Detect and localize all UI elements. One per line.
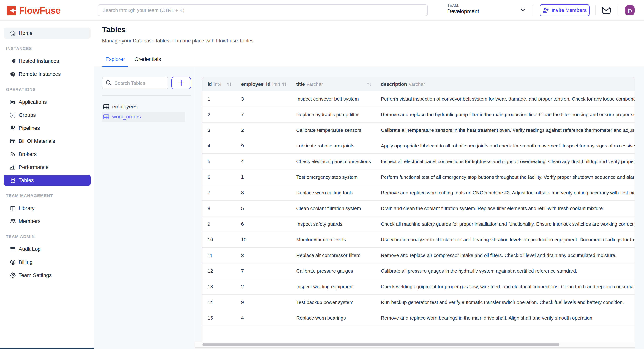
sidebar-item-label: Bill Of Materials — [19, 138, 55, 144]
cell-description: Remove and replace the hydraulic pump fi… — [375, 107, 635, 122]
table-list-item-employees[interactable]: employees — [102, 102, 185, 112]
search-tables-input[interactable] — [102, 77, 168, 89]
column-header-description[interactable]: description varchar — [375, 77, 635, 91]
sidebar-item-library[interactable]: Library — [4, 203, 90, 214]
sidebar-item-bill-of-materials[interactable]: Bill Of Materials — [4, 136, 90, 147]
hosted-instances-icon — [10, 58, 16, 64]
sort-icon[interactable] — [227, 82, 232, 86]
cell-id: 5 — [202, 154, 236, 169]
sidebar-item-groups[interactable]: Groups — [4, 109, 90, 121]
cell-id: 9 — [202, 216, 236, 232]
sidebar: Home INSTANCES Hosted Instances Remote I… — [0, 20, 94, 349]
remote-instances-icon — [10, 71, 16, 77]
table-header-row: id int4 employee_id int4 title varchar — [202, 77, 635, 91]
sidebar-item-label: Billing — [19, 259, 32, 265]
sidebar-item-team-settings[interactable]: Team Settings — [4, 270, 90, 281]
table-list-item-work-orders[interactable]: work_orders — [102, 112, 185, 122]
sidebar-item-hosted-instances[interactable]: Hosted Instances — [4, 55, 90, 67]
sidebar-item-label: Applications — [19, 99, 47, 105]
tab-explorer[interactable]: Explorer — [102, 56, 128, 67]
sidebar-item-brokers[interactable]: Brokers — [4, 149, 90, 160]
sidebar-item-remote-instances[interactable]: Remote Instances — [4, 68, 90, 80]
table-row[interactable]: 5 4 Check electrical panel connections I… — [202, 154, 635, 169]
cell-id: 6 — [202, 169, 236, 185]
invite-members-button[interactable]: Invite Members — [540, 4, 590, 16]
cell-employee-id: 4 — [236, 154, 291, 169]
table-body: 1 3 Inspect conveyor belt system Perform… — [202, 91, 635, 326]
cell-description: Check welding equipment for proper gas f… — [375, 279, 635, 294]
cell-description: Apply appropriate lubricant to all robot… — [375, 138, 635, 153]
sidebar-item-label: Remote Instances — [19, 71, 61, 77]
team-selector[interactable]: TEAM: Development — [447, 3, 479, 14]
add-table-button[interactable] — [172, 77, 191, 89]
chevron-down-icon[interactable] — [520, 8, 525, 12]
column-header-employee-id[interactable]: employee_id int4 — [236, 77, 291, 91]
table-row[interactable]: 15 4 Replace worn bearings Remove and re… — [202, 310, 635, 326]
cell-title: Replace worn bearings — [291, 310, 375, 326]
table-row[interactable]: 10 10 Monitor vibration levels Use vibra… — [202, 232, 635, 248]
sort-icon[interactable] — [282, 82, 287, 86]
cell-description: Perform functional test of all emergency… — [375, 169, 635, 185]
sidebar-item-label: Tables — [19, 177, 34, 183]
cell-description: Drain and clean the coolant filtration s… — [375, 201, 635, 216]
cell-description: Remove and replace worn cutting tools on… — [375, 185, 635, 200]
team-name: Development — [447, 8, 479, 14]
cell-id: 14 — [202, 295, 236, 310]
table-row[interactable]: 11 3 Replace air compressor filters Remo… — [202, 248, 635, 263]
cell-employee-id: 2 — [236, 279, 291, 294]
sidebar-item-home[interactable]: Home — [4, 27, 90, 39]
home-icon — [10, 30, 16, 36]
table-row[interactable]: 13 2 Inspect welding equipment Check wel… — [202, 279, 635, 295]
column-header-id[interactable]: id int4 — [202, 77, 236, 91]
cell-id: 2 — [202, 107, 236, 122]
sidebar-item-members[interactable]: Members — [4, 216, 90, 227]
sidebar-item-tables[interactable]: Tables — [4, 175, 90, 186]
flowfuse-logo-icon — [7, 6, 16, 15]
flowfuse-logo[interactable]: FlowFuse — [7, 5, 60, 16]
table-row[interactable]: 12 7 Calibrate pressure gauges Calibrate… — [202, 263, 635, 279]
table-row[interactable]: 7 8 Replace worn cutting tools Remove an… — [202, 185, 635, 201]
mail-icon[interactable] — [602, 6, 611, 14]
table-row[interactable]: 14 9 Test backup power system Run backup… — [202, 295, 635, 310]
sidebar-item-label: Members — [19, 218, 40, 224]
sort-icon[interactable] — [367, 82, 372, 86]
sidebar-section-heading: TEAM MANAGEMENT — [6, 193, 88, 198]
cell-title: Inspect safety guards — [291, 216, 375, 232]
horizontal-scrollbar[interactable] — [195, 342, 635, 348]
sidebar-item-billing[interactable]: Billing — [4, 257, 90, 268]
cell-description: Remove and replace worn bearings in the … — [375, 310, 635, 326]
sidebar-item-label: Home — [19, 30, 32, 36]
table-row[interactable]: 6 1 Test emergency stop system Perform f… — [202, 169, 635, 185]
cell-title: Lubricate robotic arm joints — [291, 138, 375, 153]
sidebar-item-applications[interactable]: Applications — [4, 96, 90, 108]
page-subtitle: Manage your Database tables all in one p… — [102, 38, 254, 44]
table-row[interactable]: 8 5 Clean coolant filtration system Drai… — [202, 201, 635, 216]
add-user-icon — [542, 7, 549, 13]
sidebar-item-label: Brokers — [19, 151, 36, 157]
scrollbar-thumb[interactable] — [202, 343, 560, 347]
user-avatar[interactable]: jp — [625, 5, 635, 15]
table-row[interactable]: 9 6 Inspect safety guards Check all mach… — [202, 216, 635, 232]
cell-title: Check electrical panel connections — [291, 154, 375, 169]
sidebar-item-audit-log[interactable]: Audit Log — [4, 244, 90, 255]
page-header: Tables Manage your Database tables all i… — [94, 20, 644, 67]
cell-description: Calibrate all temperature sensors in the… — [375, 123, 635, 138]
cell-description: Remove and replace air compressor intake… — [375, 248, 635, 263]
table-row[interactable]: 3 2 Calibrate temperature sensors Calibr… — [202, 123, 635, 138]
cell-id: 3 — [202, 123, 236, 138]
cell-description: Perform visual inspection of conveyor be… — [375, 91, 635, 106]
sidebar-item-performance[interactable]: Performance — [4, 162, 90, 173]
cell-employee-id: 7 — [236, 263, 291, 279]
table-row[interactable]: 1 3 Inspect conveyor belt system Perform… — [202, 91, 635, 107]
column-header-title[interactable]: title varchar — [291, 77, 375, 91]
table-row[interactable]: 4 9 Lubricate robotic arm joints Apply a… — [202, 138, 635, 154]
cell-id: 12 — [202, 263, 236, 279]
sidebar-bottom-bar — [0, 348, 94, 349]
tables-icon — [10, 177, 16, 183]
team-search-input[interactable] — [98, 4, 428, 16]
cell-employee-id: 5 — [236, 201, 291, 216]
page-title: Tables — [102, 25, 126, 34]
tab-credentials[interactable]: Credentials — [132, 56, 164, 67]
table-row[interactable]: 2 7 Replace hydraulic pump filter Remove… — [202, 107, 635, 123]
sidebar-item-pipelines[interactable]: Pipelines — [4, 123, 90, 134]
